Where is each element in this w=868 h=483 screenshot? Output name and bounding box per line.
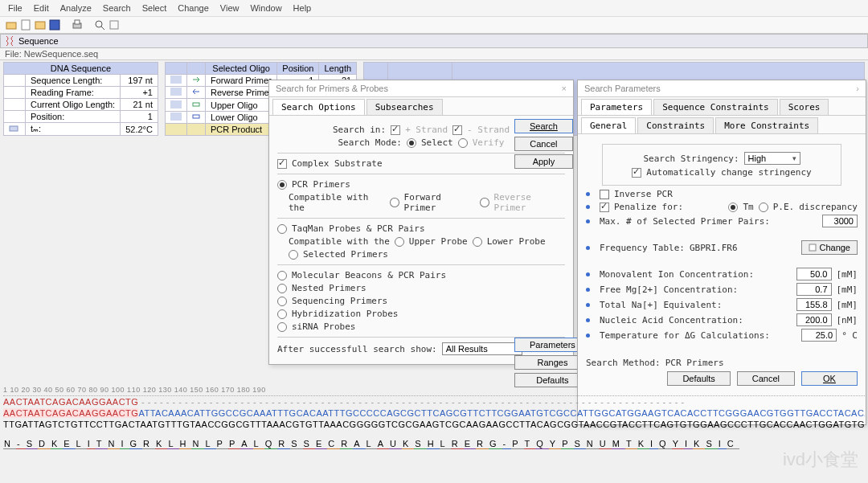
sirna-radio bbox=[277, 322, 287, 332]
tool-icon[interactable] bbox=[108, 18, 121, 31]
dna-sequence-table: DNA Sequence Sequence Length:197 nt Read… bbox=[3, 62, 158, 136]
max-pairs-input[interactable]: 3000 bbox=[822, 215, 858, 227]
file-icon bbox=[809, 244, 817, 252]
table-row: Position:1 bbox=[4, 111, 158, 123]
na-input[interactable]: 155.8 bbox=[796, 298, 832, 311]
watermark: ivd小食堂 bbox=[783, 448, 858, 472]
dir-icon bbox=[192, 76, 200, 84]
search-in-label: Search in: bbox=[333, 125, 386, 135]
svg-rect-5 bbox=[75, 20, 80, 24]
penalize-check[interactable] bbox=[600, 203, 609, 212]
svg-rect-10 bbox=[170, 76, 182, 84]
tab-subsearches[interactable]: Subsearches bbox=[366, 99, 443, 115]
svg-rect-14 bbox=[170, 113, 182, 121]
mol-beacons-radio[interactable] bbox=[277, 271, 287, 280]
seq-primers-radio[interactable] bbox=[277, 297, 287, 306]
save-icon[interactable] bbox=[48, 18, 61, 31]
mg-input[interactable]: 0.7 bbox=[796, 283, 832, 296]
search-icon[interactable] bbox=[93, 18, 106, 31]
pcr-primers-radio[interactable] bbox=[277, 180, 287, 190]
auto-stringency-check[interactable] bbox=[632, 168, 641, 178]
dna-icon bbox=[4, 35, 15, 47]
ruler: 1 10 20 30 40 50 60 70 80 90 100 110 120… bbox=[3, 384, 865, 396]
compat-rp-radio bbox=[480, 198, 489, 207]
inverse-pcr-check[interactable] bbox=[600, 190, 609, 199]
tm-icon bbox=[9, 125, 20, 133]
svg-rect-8 bbox=[110, 21, 118, 29]
file-icon[interactable] bbox=[19, 18, 32, 31]
apply-button[interactable]: Apply bbox=[514, 154, 573, 169]
menu-edit[interactable]: Edit bbox=[29, 2, 54, 14]
sequence-tab-label: Sequence bbox=[18, 36, 59, 46]
compat-fp-radio[interactable] bbox=[390, 198, 399, 207]
svg-rect-1 bbox=[22, 20, 30, 30]
svg-rect-11 bbox=[170, 88, 182, 96]
expand-icon[interactable]: › bbox=[856, 84, 859, 93]
svg-line-7 bbox=[101, 27, 104, 30]
sequence-viewer: 1 10 20 30 40 50 60 70 80 90 100 110 120… bbox=[3, 384, 865, 449]
table-row: Current Oligo Length:21 nt bbox=[4, 99, 158, 111]
table-row: tₘ:52.2°C bbox=[4, 123, 158, 136]
svg-rect-15 bbox=[193, 115, 199, 118]
dialog-title: Search for Primers & Probes bbox=[276, 84, 388, 93]
pe-radio[interactable] bbox=[759, 203, 768, 212]
menu-help[interactable]: Help bbox=[289, 2, 317, 14]
plus-strand-check bbox=[391, 125, 400, 135]
nuc-input[interactable]: 200.0 bbox=[796, 313, 832, 326]
freq-table-label: Frequency Table: bbox=[600, 243, 685, 253]
menu-window[interactable]: Window bbox=[245, 2, 286, 14]
tab-parameters[interactable]: Parameters bbox=[581, 99, 652, 115]
svg-point-6 bbox=[96, 21, 102, 27]
subtab-more[interactable]: More Constraints bbox=[715, 117, 818, 133]
close-icon[interactable]: × bbox=[562, 84, 567, 93]
selected-primers-radio bbox=[289, 250, 298, 260]
hyb-probes-radio[interactable] bbox=[277, 309, 287, 319]
menu-search[interactable]: Search bbox=[98, 2, 136, 14]
mode-select-radio[interactable] bbox=[407, 138, 416, 148]
menu-select[interactable]: Select bbox=[137, 2, 172, 14]
sequence-tab-header: Sequence bbox=[0, 34, 868, 48]
subtab-constraints[interactable]: Constraints bbox=[637, 117, 714, 133]
temp-input[interactable]: 25.0 bbox=[801, 329, 837, 342]
svg-rect-2 bbox=[35, 22, 45, 29]
file-path-bar: File: NewSequence.seq bbox=[0, 48, 868, 60]
svg-rect-13 bbox=[193, 103, 199, 106]
tab-search-options[interactable]: Search Options bbox=[272, 99, 365, 115]
upper-probe-radio bbox=[395, 237, 404, 247]
mode-verify-radio bbox=[458, 138, 468, 148]
menu-file[interactable]: File bbox=[3, 2, 27, 14]
max-pairs-label: Max. # of Selected Primer Pairs: bbox=[600, 216, 770, 227]
menu-view[interactable]: View bbox=[215, 2, 244, 14]
menu-analyze[interactable]: Analyze bbox=[55, 2, 96, 14]
svg-rect-16 bbox=[809, 244, 816, 251]
lower-probe-radio bbox=[473, 237, 482, 247]
folder-icon[interactable] bbox=[34, 18, 47, 31]
translation-line: N-SDKELITNIGRKLHNLPPALQRSSECRALAUKSHLRER… bbox=[3, 438, 865, 449]
taqman-radio[interactable] bbox=[277, 224, 287, 234]
change-button[interactable]: Change bbox=[801, 240, 858, 255]
after-search-select[interactable]: All Results bbox=[442, 342, 522, 355]
mono-input[interactable]: 50.0 bbox=[796, 268, 832, 280]
tab-seq-constraints[interactable]: Sequence Constraints bbox=[653, 99, 777, 115]
svg-rect-12 bbox=[170, 100, 182, 108]
primer-icon bbox=[170, 76, 182, 84]
stringency-select[interactable]: High bbox=[744, 152, 800, 165]
subtab-general[interactable]: General bbox=[581, 117, 636, 133]
complex-substrate-check[interactable] bbox=[277, 159, 287, 169]
menubar: File Edit Analyze Search Select Change V… bbox=[0, 0, 868, 17]
table-row: Sequence Length:197 nt bbox=[4, 75, 158, 87]
stringency-label: Search Stringency: bbox=[643, 153, 739, 164]
menu-change[interactable]: Change bbox=[173, 2, 214, 14]
tm-radio[interactable] bbox=[728, 203, 738, 212]
main-toolbar bbox=[0, 17, 868, 34]
tab-scores[interactable]: Scores bbox=[780, 99, 829, 115]
table-row: Reading Frame:+1 bbox=[4, 87, 158, 99]
search-button[interactable]: Search bbox=[514, 119, 573, 133]
cancel-button[interactable]: Cancel bbox=[514, 137, 573, 151]
minus-strand-check bbox=[452, 125, 462, 135]
nested-primers-radio[interactable] bbox=[277, 284, 287, 293]
print-icon[interactable] bbox=[71, 18, 84, 31]
dna-header: DNA Sequence bbox=[4, 63, 158, 75]
search-mode-label: Search Mode: bbox=[338, 137, 402, 148]
open-icon[interactable] bbox=[5, 18, 18, 31]
